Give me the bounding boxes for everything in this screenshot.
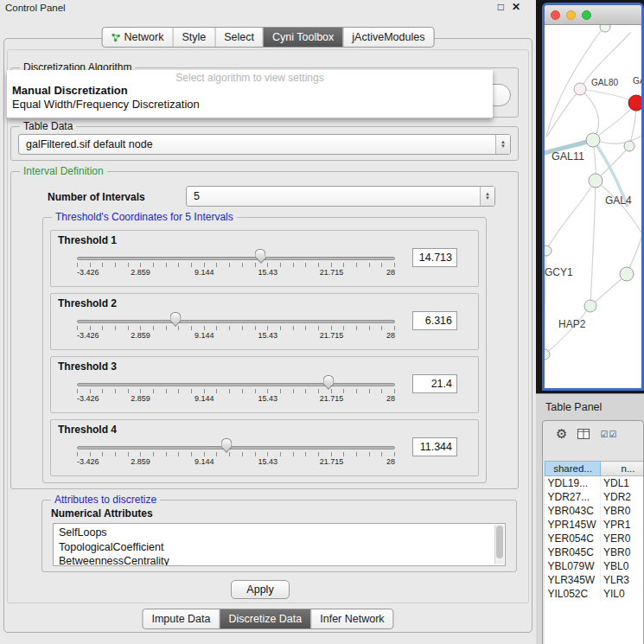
- slider-thumb[interactable]: [322, 375, 334, 384]
- mac-minimize-button[interactable]: [566, 10, 576, 20]
- list-item[interactable]: SelfLoops: [54, 526, 505, 540]
- threshold-4-slider[interactable]: -3.4262.8599.14415.4321.71528: [77, 420, 395, 477]
- table-data-combo[interactable]: galFiltered.sif default node ▲▼: [18, 134, 511, 155]
- float-window-icon[interactable]: □: [498, 1, 504, 13]
- slider-thumb[interactable]: [170, 312, 182, 321]
- list-item[interactable]: BetweennessCentrality: [54, 554, 505, 566]
- table-cell[interactable]: YDR2: [601, 490, 644, 504]
- table-cell[interactable]: YDL1: [601, 476, 644, 490]
- slider-thumb[interactable]: [255, 249, 266, 258]
- table-cell[interactable]: YDL19...: [545, 476, 601, 490]
- tab-infer-network[interactable]: Infer Network: [311, 609, 392, 628]
- threshold-value-field[interactable]: 21.4: [412, 374, 457, 393]
- network-canvas[interactable]: GAL80 GAL8 GAL11 GAL4 GCY1 HAP2: [545, 25, 641, 388]
- network-node-gal4[interactable]: [589, 174, 603, 188]
- table-row[interactable]: YDR27...YDR2: [545, 490, 644, 504]
- table-row[interactable]: YBL079WYBL0: [545, 559, 644, 573]
- threshold-value-field[interactable]: 14.713: [412, 248, 457, 267]
- numerical-attributes-list[interactable]: SelfLoopsTopologicalCoefficientBetweenne…: [53, 523, 506, 566]
- threshold-value-field[interactable]: 6.316: [412, 311, 457, 330]
- select-rows-icons[interactable]: ☑☑: [600, 430, 617, 439]
- slider-track[interactable]: [77, 257, 395, 260]
- threshold-value-field[interactable]: 11.344: [412, 437, 457, 456]
- table-cell[interactable]: YBL0: [601, 559, 644, 573]
- slider-track[interactable]: [77, 320, 395, 323]
- network-node[interactable]: [600, 25, 610, 32]
- tab-label: Select: [224, 31, 254, 43]
- table-cell[interactable]: YPR145W: [545, 518, 601, 532]
- table-row[interactable]: YDL19...YDL1: [545, 476, 644, 490]
- column-selector-icon[interactable]: [577, 429, 590, 439]
- network-node-gal11[interactable]: [586, 133, 600, 147]
- network-view-window[interactable]: GAL80 GAL8 GAL11 GAL4 GCY1 HAP2: [542, 3, 644, 391]
- tab-select[interactable]: Select: [215, 28, 264, 47]
- slider-track[interactable]: [77, 383, 395, 386]
- tab-cyni-toolbox[interactable]: Cyni Toolbox: [264, 28, 343, 47]
- tab-jactivemodules[interactable]: jActiveModules: [343, 28, 433, 47]
- node-label: GAL80: [591, 78, 619, 87]
- network-node[interactable]: [620, 267, 634, 281]
- table-cell[interactable]: YIL0: [601, 587, 644, 601]
- dropdown-option-manual[interactable]: Manual Discretization: [7, 84, 493, 98]
- tab-discretize-data[interactable]: Discretize Data: [220, 609, 312, 628]
- threshold-1-slider[interactable]: -3.4262.8599.14415.4321.71528: [77, 231, 395, 288]
- slider-scale: -3.4262.8599.14415.4321.71528: [77, 394, 395, 405]
- scale-label: 28: [386, 268, 395, 277]
- cyni-mode-tabbar: Impute Data Discretize Data Infer Networ…: [142, 609, 393, 629]
- combo-stepper-icon[interactable]: ▲▼: [495, 135, 510, 154]
- network-node-hap2[interactable]: [584, 300, 596, 312]
- mac-zoom-button[interactable]: [582, 10, 591, 20]
- table-row[interactable]: YBR043CYBR0: [545, 504, 644, 518]
- table-cell[interactable]: YBL079W: [545, 559, 601, 573]
- dropdown-option-equal-width[interactable]: Equal Width/Frequency Discretization: [7, 98, 493, 112]
- table-row[interactable]: YER054CYER0: [545, 532, 644, 545]
- table-header-row: shared... n...: [545, 462, 644, 476]
- table-panel: Table Panel ⚙ ☑☑ shared... n... YD: [536, 393, 644, 644]
- table-cell[interactable]: YBR0: [601, 504, 644, 518]
- table-cell[interactable]: YPR1: [601, 518, 644, 532]
- table-panel-title: Table Panel: [545, 401, 602, 413]
- table-cell[interactable]: YLR3: [601, 573, 644, 587]
- tab-impute-data[interactable]: Impute Data: [143, 609, 220, 628]
- numerical-attributes-label: Numerical Attributes: [51, 507, 153, 520]
- network-node[interactable]: [624, 141, 634, 151]
- apply-button[interactable]: Apply: [231, 580, 290, 599]
- threshold-2-slider[interactable]: -3.4262.8599.14415.4321.71528: [77, 294, 395, 351]
- table-row[interactable]: YIL052CYIL0: [545, 587, 644, 601]
- scale-label: 9.144: [194, 394, 214, 403]
- table-cell[interactable]: YBR043C: [545, 504, 601, 518]
- list-scrollbar[interactable]: [494, 525, 504, 564]
- slider-track[interactable]: [77, 446, 395, 450]
- network-node-gcy1[interactable]: [545, 245, 552, 256]
- tab-network[interactable]: Network: [103, 28, 174, 47]
- table-cell[interactable]: YLR345W: [545, 573, 601, 587]
- table-cell[interactable]: YDR27...: [545, 490, 601, 504]
- network-node-selected-red[interactable]: [628, 95, 641, 111]
- scrollbar-thumb[interactable]: [496, 526, 503, 558]
- gear-icon[interactable]: ⚙: [556, 426, 567, 442]
- table-row[interactable]: YPR145WYPR1: [545, 518, 644, 532]
- close-icon[interactable]: ✕: [512, 1, 520, 13]
- network-node-gal80[interactable]: [574, 83, 586, 95]
- table-row[interactable]: YLR345WYLR3: [545, 573, 644, 587]
- mac-close-button[interactable]: [551, 10, 560, 20]
- table-toolbar: ⚙ ☑☑: [543, 423, 643, 445]
- dropdown-placeholder: Select algorithm to view settings: [7, 70, 493, 84]
- list-item[interactable]: TopologicalCoefficient: [54, 540, 505, 555]
- threshold-3-slider[interactable]: -3.4262.8599.14415.4321.71528: [77, 357, 395, 414]
- tab-style[interactable]: Style: [173, 28, 215, 47]
- table-cell[interactable]: YIL052C: [545, 587, 601, 601]
- column-header-name[interactable]: n...: [601, 462, 644, 476]
- scale-label: 15.43: [258, 394, 278, 403]
- table-cell[interactable]: YER0: [601, 532, 644, 545]
- number-of-intervals-combo[interactable]: 5 ▲▼: [186, 186, 495, 207]
- slider-thumb[interactable]: [220, 438, 232, 447]
- node-label: GAL11: [552, 150, 584, 163]
- combo-stepper-icon[interactable]: ▲▼: [480, 187, 494, 206]
- table-row[interactable]: YBR045CYBR0: [545, 545, 644, 559]
- table-cell[interactable]: YER054C: [545, 532, 601, 545]
- combo-value: galFiltered.sif default node: [26, 138, 153, 150]
- table-cell[interactable]: YBR0: [601, 545, 644, 559]
- table-cell[interactable]: YBR045C: [545, 545, 601, 559]
- column-header-shared-name[interactable]: shared...: [545, 462, 601, 476]
